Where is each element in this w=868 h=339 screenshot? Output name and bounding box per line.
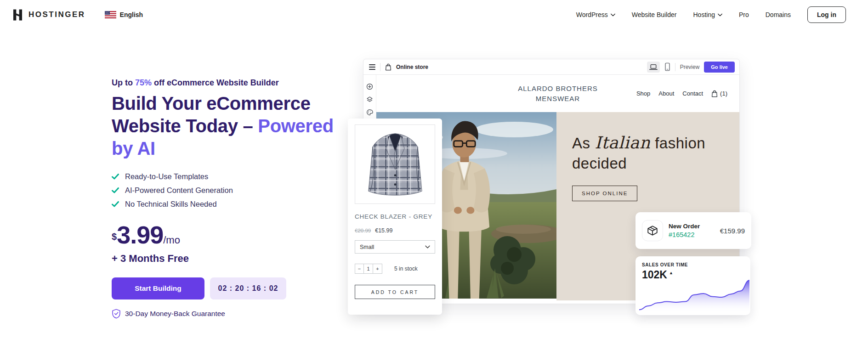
- add-to-cart-button[interactable]: ADD TO CART: [355, 285, 435, 299]
- smartphone-icon: [664, 62, 670, 71]
- price-amount: 3.99: [117, 221, 163, 249]
- product-prices: €20.99 €15.99: [355, 227, 435, 234]
- login-button[interactable]: Log in: [807, 6, 846, 23]
- money-back-guarantee: 30-Day Money-Back Guarantee: [112, 309, 338, 319]
- mobile-view-button[interactable]: [664, 62, 670, 71]
- language-label: English: [120, 11, 143, 18]
- menu-item-website-builder[interactable]: Website Builder: [632, 11, 677, 18]
- language-selector[interactable]: English: [105, 11, 143, 18]
- eyebrow-text: Up to: [112, 78, 135, 87]
- chevron-down-icon: [425, 245, 430, 249]
- feature-item: Ready-to-Use Templates: [112, 172, 338, 181]
- guarantee-label: 30-Day Money-Back Guarantee: [125, 310, 225, 318]
- brand-name: HOSTINGER: [28, 10, 85, 19]
- menu-item-pro[interactable]: Pro: [739, 11, 749, 18]
- countdown-timer: 02 : 20 : 16 : 02: [210, 277, 286, 299]
- main-menu: WordPress Website Builder Hosting Pro Do…: [576, 11, 791, 18]
- shopping-bag-icon: [711, 90, 718, 97]
- divider: [380, 63, 380, 71]
- store-nav-shop[interactable]: Shop: [636, 90, 650, 97]
- quantity-increase-button[interactable]: +: [373, 264, 382, 274]
- order-title: New Order: [669, 223, 700, 230]
- layers-icon[interactable]: [366, 96, 373, 103]
- store-header: ALLARDO BROTHERS MENSWEAR Shop About Con…: [376, 75, 739, 112]
- check-icon: [112, 174, 119, 180]
- hamburger-menu-icon[interactable]: [369, 64, 375, 70]
- quantity-decrease-button[interactable]: −: [355, 264, 364, 274]
- store-nav-about[interactable]: About: [658, 90, 674, 97]
- price-bonus: + 3 Months Free: [112, 253, 338, 265]
- package-box-icon: [647, 225, 658, 237]
- menu-label: WordPress: [576, 11, 608, 18]
- blazer-product-image: [358, 128, 432, 201]
- menu-item-hosting[interactable]: Hosting: [693, 11, 722, 18]
- menu-item-domains[interactable]: Domains: [766, 11, 791, 18]
- quantity-value: 1: [364, 264, 373, 274]
- order-number: #165422: [669, 231, 700, 238]
- product-old-price: €20.99: [355, 228, 371, 233]
- menu-label: Website Builder: [632, 11, 677, 18]
- product-name: CHECK BLAZER - GREY: [355, 213, 435, 220]
- sales-label: SALES OVER TIME: [642, 262, 750, 267]
- store-cart-button[interactable]: (1): [711, 90, 727, 97]
- heading-text: fashion: [651, 135, 706, 152]
- feature-item: AI-Powered Content Generation: [112, 186, 338, 195]
- size-select[interactable]: Small: [355, 240, 435, 254]
- shield-check-icon: [112, 309, 121, 319]
- menu-label: Domains: [766, 11, 791, 18]
- price-currency: $: [112, 232, 117, 242]
- top-navigation: HOSTINGER English WordPress Website Buil…: [0, 0, 868, 29]
- page: HOSTINGER English WordPress Website Buil…: [0, 0, 868, 339]
- check-icon: [112, 201, 119, 207]
- palette-icon[interactable]: [366, 109, 373, 116]
- check-icon: [112, 187, 119, 193]
- feature-label: No Technical Skills Needed: [125, 200, 217, 209]
- order-icon-chip: [642, 220, 663, 241]
- store-brand: ALLARDO BROTHERS MENSWEAR: [518, 84, 598, 104]
- desktop-view-button[interactable]: [647, 62, 660, 73]
- sales-area-chart: [639, 277, 749, 312]
- store-nav: Shop About Contact (1): [636, 90, 727, 97]
- page-title: Build Your eCommerce Website Today – Pow…: [112, 92, 338, 159]
- add-element-icon[interactable]: [366, 83, 373, 90]
- new-order-card: New Order #165422 €159.99: [635, 212, 751, 249]
- quantity-row: − 1 + 5 in stock: [355, 264, 435, 274]
- store-nav-contact[interactable]: Contact: [682, 90, 703, 97]
- sales-over-time-card: SALES OVER TIME 102K ▲: [635, 256, 750, 315]
- chevron-down-icon: [611, 13, 615, 17]
- order-amount: €159.99: [720, 227, 745, 235]
- heading-script-word: Italian: [595, 133, 650, 152]
- start-building-button[interactable]: Start Building: [112, 277, 204, 299]
- preview-button[interactable]: Preview: [680, 64, 700, 70]
- trend-up-icon: ▲: [669, 271, 673, 275]
- menu-label: Hosting: [693, 11, 715, 18]
- us-flag-icon: [105, 11, 116, 18]
- chevron-down-icon: [718, 13, 722, 17]
- builder-topbar: Online store Preview Go live: [363, 59, 739, 75]
- go-live-button[interactable]: Go live: [704, 62, 735, 73]
- shopping-bag-icon: [385, 63, 391, 71]
- divider: [675, 63, 675, 71]
- cta-row: Start Building 02 : 20 : 16 : 02: [112, 277, 338, 299]
- menu-label: Pro: [739, 11, 749, 18]
- feature-item: No Technical Skills Needed: [112, 200, 338, 209]
- eyebrow-highlight: 75%: [135, 78, 152, 87]
- heading-text: decided: [572, 155, 627, 172]
- promo-eyebrow: Up to 75% off eCommerce Website Builder: [112, 78, 338, 88]
- menu-item-wordpress[interactable]: WordPress: [576, 11, 615, 18]
- shop-online-button[interactable]: SHOP ONLINE: [572, 186, 637, 201]
- builder-page-label: Online store: [396, 64, 428, 70]
- product-card: CHECK BLAZER - GREY €20.99 €15.99 Small …: [348, 119, 442, 315]
- hero-section: Up to 75% off eCommerce Website Builder …: [112, 78, 338, 319]
- size-select-value: Small: [360, 244, 374, 250]
- stock-status: 5 in stock: [394, 266, 418, 272]
- store-hero-heading: As Italian fashion decided: [572, 132, 739, 174]
- store-brand-line2: MENSWEAR: [518, 94, 598, 104]
- order-info: New Order #165422: [669, 223, 700, 238]
- price-period: /mo: [163, 234, 180, 246]
- feature-label: AI-Powered Content Generation: [125, 186, 233, 195]
- price: $3.99/mo: [112, 220, 338, 249]
- product-image-frame: [355, 124, 435, 204]
- hostinger-logo[interactable]: HOSTINGER: [11, 9, 85, 21]
- feature-list: Ready-to-Use Templates AI-Powered Conten…: [112, 172, 338, 209]
